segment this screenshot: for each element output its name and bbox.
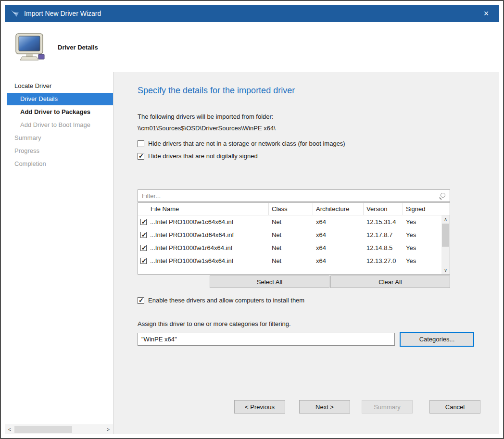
table-header: File Name Class Architecture Version Sig… [138, 203, 450, 215]
sidebar-item-completion: Completion [7, 158, 113, 170]
cell-architecture: x64 [313, 257, 364, 264]
sidebar-item-add-driver-to-boot-image: Add Driver to Boot Image [7, 119, 113, 131]
table-row[interactable]: ...Intel PRO1000\e1r64x64.inf Net x64 12… [138, 241, 450, 254]
table-row[interactable]: ...Intel PRO1000\e1c64x64.inf Net x64 12… [138, 215, 450, 228]
computer-icon [14, 33, 46, 61]
wizard-header: Driver Details [5, 22, 499, 72]
hide-unsigned-checkbox[interactable] [138, 153, 144, 160]
sidebar-item-driver-details[interactable]: Driver Details [7, 93, 113, 105]
sidebar-item-summary: Summary [7, 132, 113, 144]
enable-drivers-checkbox-label: Enable these drivers and allow computers… [148, 297, 304, 304]
categories-button[interactable]: Categories... [400, 332, 474, 347]
wizard-content: Specify the details for the imported dri… [113, 72, 499, 434]
page-title: Specify the details for the imported dri… [138, 86, 499, 96]
h-scrollbar-track[interactable] [14, 425, 103, 434]
row-checkbox[interactable] [140, 258, 147, 264]
table-row[interactable]: ...Intel PRO1000\e1d64x64.inf Net x64 12… [138, 228, 450, 241]
cancel-button[interactable]: Cancel [429, 400, 480, 414]
column-header-file-name[interactable]: File Name [138, 203, 269, 215]
window-title: Import New Driver Wizard [24, 10, 101, 17]
filter-box [138, 189, 450, 202]
hide-unsigned-checkbox-label: Hide drivers that are not digitally sign… [148, 152, 258, 160]
selection-spacer [138, 276, 210, 288]
row-checkbox[interactable] [140, 232, 147, 238]
cell-architecture: x64 [313, 244, 364, 251]
category-input[interactable] [138, 333, 395, 346]
scroll-right-icon[interactable]: > [103, 425, 113, 434]
h-scrollbar-thumb[interactable] [14, 426, 72, 433]
sidebar-horizontal-scrollbar[interactable]: < > [5, 425, 113, 434]
column-header-signed[interactable]: Signed [403, 203, 429, 215]
table-vertical-scrollbar[interactable]: ∧ ∨ [441, 215, 450, 274]
sidebar-item-locate-driver[interactable]: Locate Driver [7, 80, 113, 92]
cell-signed: Yes [403, 231, 432, 238]
titlebar[interactable]: Import New Driver Wizard × [5, 5, 499, 22]
clear-all-button[interactable]: Clear All [330, 276, 450, 288]
cell-file-name: ...Intel PRO1000\e1s64x64.inf [150, 257, 233, 264]
cell-file-name: ...Intel PRO1000\e1r64x64.inf [150, 244, 232, 251]
cell-version: 12.15.31.4 [364, 218, 403, 226]
cell-class: Net [269, 257, 313, 264]
category-assign-label: Assign this driver to one or more catego… [138, 320, 499, 327]
enable-drivers-checkbox-row: Enable these drivers and allow computers… [138, 297, 499, 304]
cell-version: 12.14.8.5 [364, 244, 403, 251]
footer-buttons: < Previous Next > Summary Cancel [234, 400, 480, 414]
cell-signed: Yes [403, 244, 432, 251]
cell-file-name: ...Intel PRO1000\e1d64x64.inf [150, 231, 234, 238]
table-row[interactable]: ...Intel PRO1000\e1s64x64.inf Net x64 12… [138, 254, 450, 267]
v-scrollbar-thumb[interactable] [442, 224, 449, 247]
cell-class: Net [269, 231, 313, 238]
enable-drivers-checkbox[interactable] [138, 297, 144, 304]
cell-class: Net [269, 244, 313, 251]
row-checkbox[interactable] [140, 219, 147, 225]
scroll-up-icon[interactable]: ∧ [441, 215, 450, 223]
selection-buttons-row: Select All Clear All [138, 276, 450, 288]
hide-storage-checkbox-label: Hide drivers that are not in a storage o… [148, 140, 345, 147]
cell-file-name: ...Intel PRO1000\e1c64x64.inf [150, 218, 233, 226]
wizard-icon [11, 10, 19, 17]
hide-storage-checkbox[interactable] [138, 140, 144, 147]
column-header-class[interactable]: Class [269, 203, 313, 215]
cell-class: Net [269, 218, 313, 226]
column-header-version[interactable]: Version [364, 203, 403, 215]
sidebar-item-progress: Progress [7, 145, 113, 157]
cell-architecture: x64 [313, 231, 364, 238]
cell-version: 12.13.27.0 [364, 257, 403, 264]
filter-input[interactable] [142, 192, 439, 200]
summary-button: Summary [362, 400, 413, 414]
row-checkbox[interactable] [140, 245, 147, 251]
category-row: Categories... [138, 332, 499, 347]
column-header-architecture[interactable]: Architecture [313, 203, 364, 215]
scroll-down-icon[interactable]: ∨ [441, 266, 450, 274]
select-all-button[interactable]: Select All [210, 276, 329, 288]
import-folder-path: \\cm01\Sources$\OSD\DriverSources\WinPE … [138, 125, 499, 132]
close-button[interactable]: × [479, 6, 493, 21]
scroll-left-icon[interactable]: < [5, 425, 14, 434]
hide-storage-checkbox-row: Hide drivers that are not in a storage o… [138, 140, 499, 147]
cell-version: 12.17.8.7 [364, 231, 403, 238]
cell-signed: Yes [403, 257, 432, 264]
driver-table: File Name Class Architecture Version Sig… [138, 202, 450, 275]
previous-button[interactable]: < Previous [234, 400, 285, 414]
cell-architecture: x64 [313, 218, 364, 226]
next-button[interactable]: Next > [299, 400, 350, 414]
sidebar-item-add-driver-to-packages[interactable]: Add Driver to Packages [7, 106, 113, 118]
search-icon [439, 192, 446, 199]
import-folder-label: The following drivers will be imported f… [138, 113, 499, 120]
wizard-sidebar: Locate Driver Driver Details Add Driver … [5, 72, 113, 434]
header-page-title: Driver Details [58, 44, 98, 51]
import-driver-wizard-window: Import New Driver Wizard × Driver Detail… [0, 0, 504, 439]
hide-unsigned-checkbox-row: Hide drivers that are not digitally sign… [138, 152, 499, 160]
cell-signed: Yes [403, 218, 432, 226]
